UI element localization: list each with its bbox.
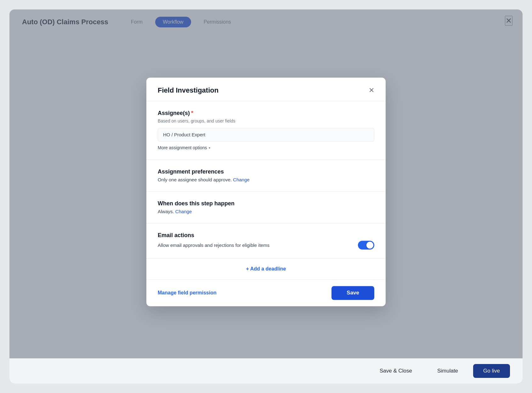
required-star: * bbox=[191, 110, 193, 116]
modal-footer: Manage field permission Save bbox=[146, 280, 386, 306]
toggle-knob bbox=[366, 242, 373, 248]
email-actions-row: Allow email approvals and rejections for… bbox=[158, 241, 374, 249]
assignment-preferences-text: Only one assignee should approve. Change bbox=[158, 177, 374, 182]
add-deadline-section: + Add a deadline bbox=[146, 259, 386, 280]
save-button[interactable]: Save bbox=[331, 286, 374, 300]
manage-field-permission-button[interactable]: Manage field permission bbox=[158, 290, 217, 296]
save-close-button[interactable]: Save & Close bbox=[370, 364, 422, 378]
assignment-preferences-change-link[interactable]: Change bbox=[233, 177, 250, 182]
modal-body: Assignee(s)* Based on users, groups, and… bbox=[146, 101, 386, 280]
assignment-preferences-section: Assignment preferences Only one assignee… bbox=[146, 160, 386, 191]
chevron-down-icon: ▾ bbox=[209, 146, 210, 150]
bottom-bar: Save & Close Simulate Go live bbox=[9, 358, 523, 384]
simulate-button[interactable]: Simulate bbox=[427, 364, 468, 378]
when-step-section: When does this step happen Always. Chang… bbox=[146, 191, 386, 223]
assignees-subtitle: Based on users, groups, and user fields bbox=[158, 118, 374, 123]
modal-dialog: Field Investigation ✕ Assignee(s)* Based… bbox=[146, 77, 386, 306]
modal-header: Field Investigation ✕ bbox=[146, 77, 386, 101]
email-actions-title: Email actions bbox=[158, 232, 374, 239]
assignee-input[interactable] bbox=[158, 128, 374, 141]
email-actions-toggle[interactable] bbox=[358, 241, 374, 249]
email-actions-label: Allow email approvals and rejections for… bbox=[158, 242, 353, 248]
more-assignment-options[interactable]: More assignment options ▾ bbox=[158, 145, 210, 150]
assignment-preferences-title: Assignment preferences bbox=[158, 168, 374, 175]
modal-title: Field Investigation bbox=[158, 86, 218, 94]
email-actions-section: Email actions Allow email approvals and … bbox=[146, 223, 386, 259]
assignees-title: Assignee(s)* bbox=[158, 110, 374, 117]
add-deadline-button[interactable]: + Add a deadline bbox=[246, 266, 286, 272]
when-step-title: When does this step happen bbox=[158, 200, 374, 207]
assignees-section: Assignee(s)* Based on users, groups, and… bbox=[146, 101, 386, 160]
when-step-text: Always. Change bbox=[158, 209, 374, 214]
go-live-button[interactable]: Go live bbox=[473, 364, 510, 378]
when-step-change-link[interactable]: Change bbox=[175, 209, 192, 214]
modal-close-button[interactable]: ✕ bbox=[369, 87, 374, 94]
